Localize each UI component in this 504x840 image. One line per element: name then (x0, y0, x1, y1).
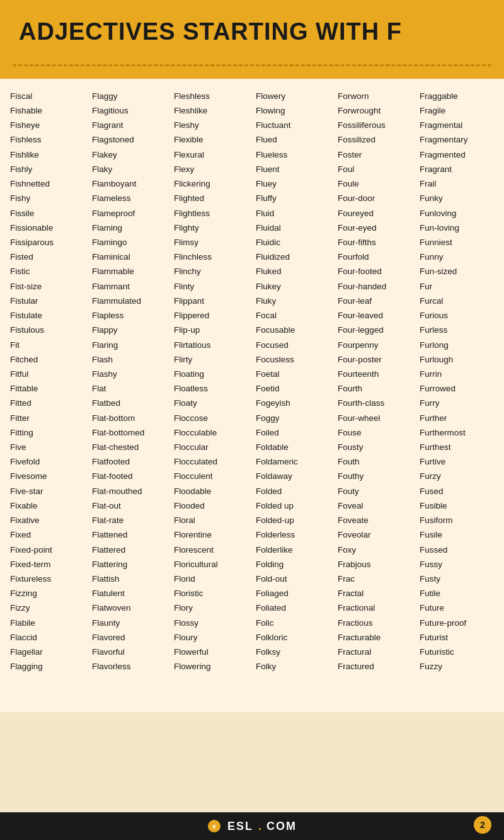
word-item: Folderlike (256, 543, 330, 557)
word-item: Fusile (420, 527, 494, 542)
word-item: Flued (256, 132, 330, 147)
word-item: Fusiform (420, 513, 494, 527)
page-title: ADJECTIVES STARTING WITH F (19, 19, 485, 45)
word-item: Foetid (256, 381, 330, 396)
word-item: Fishly (10, 162, 84, 176)
word-item: Furcal (420, 294, 494, 308)
word-item: Flukey (256, 279, 330, 294)
dashed-divider (13, 64, 491, 66)
word-item: Fluidal (256, 221, 330, 235)
word-item: Fourfold (338, 250, 412, 264)
word-item: Fluffy (256, 191, 330, 205)
word-item: Fishable (10, 103, 84, 118)
word-item: Funloving (420, 206, 494, 221)
word-item: Furthest (420, 440, 494, 454)
word-item: Flat-out (92, 498, 166, 513)
word-item: Fur (420, 279, 494, 294)
word-item: Four-door (338, 191, 412, 205)
word-item: Fluked (256, 264, 330, 279)
word-item: Frac (338, 572, 412, 586)
word-item: Flaccid (10, 630, 84, 645)
word-item: Flippant (174, 294, 248, 308)
word-item: Folded-up (256, 513, 330, 527)
word-item: Fluey (256, 176, 330, 191)
word-item: Flimsy (174, 235, 248, 250)
word-item: Five (10, 440, 84, 454)
word-item: Foliaged (256, 586, 330, 601)
esl-icon: e (207, 819, 221, 833)
word-item: Flocculated (174, 454, 248, 469)
word-item: Flaggy (92, 89, 166, 103)
word-item: Flammulated (92, 294, 166, 308)
word-item: Flagellar (10, 645, 84, 659)
word-item: Future (420, 601, 494, 615)
word-item: Flameless (92, 191, 166, 205)
word-item: Flamboyant (92, 176, 166, 191)
word-item: Flaky (92, 162, 166, 176)
word-item: Furrowed (420, 381, 494, 396)
word-item: Flowering (174, 659, 248, 674)
word-item: Fouty (338, 484, 412, 498)
word-item: Flamingo (92, 235, 166, 250)
word-item: Fluctuant (256, 118, 330, 132)
word-item: Fractured (338, 659, 412, 674)
word-item: Flirty (174, 352, 248, 367)
word-item: Fiscal (10, 89, 84, 103)
word-item: Focusless (256, 352, 330, 367)
word-item: Fist-size (10, 279, 84, 294)
word-item: Four-wheel (338, 411, 412, 425)
word-item: Furlong (420, 338, 494, 352)
word-item: Flappy (92, 323, 166, 337)
word-item: Fouth (338, 454, 412, 469)
word-item: Fourth (338, 381, 412, 396)
word-item: Fousty (338, 440, 412, 454)
word-item: Flabile (10, 616, 84, 630)
word-item: Floaty (174, 396, 248, 410)
word-item: Fourteenth (338, 367, 412, 381)
word-item: Foldaway (256, 469, 330, 483)
word-item: Fragile (420, 103, 494, 118)
word-item: Futile (420, 586, 494, 601)
word-item: Flash (92, 352, 166, 367)
word-item: Funniest (420, 235, 494, 250)
word-item: Fishy (10, 191, 84, 205)
word-item: Fizzing (10, 586, 84, 601)
word-item: Fisted (10, 250, 84, 264)
word-item: Flocculable (174, 425, 248, 440)
word-item: Flagstoned (92, 132, 166, 147)
word-item: Fixative (10, 513, 84, 527)
footer-esl: ESL (227, 820, 253, 833)
word-item: Flat-bottomed (92, 425, 166, 440)
word-item: Flat-mouthed (92, 484, 166, 498)
word-item: Flagitious (92, 103, 166, 118)
word-item: Foetal (256, 367, 330, 381)
word-item: Flattering (92, 557, 166, 572)
word-item: Flirtatious (174, 338, 248, 352)
word-item: Floricultural (174, 557, 248, 572)
word-item: Flattish (92, 572, 166, 586)
footer: e ESL . COM 2 (0, 812, 504, 840)
word-item: Foggy (256, 411, 330, 425)
word-item: Flaring (92, 338, 166, 352)
column-col1: FiscalFishableFisheyeFishlessFishlikeFis… (6, 89, 88, 674)
word-item: Flighty (174, 221, 248, 235)
word-item: Fivesome (10, 469, 84, 483)
word-item: Flagrant (92, 118, 166, 132)
word-item: Flory (174, 601, 248, 615)
word-item: Furtive (420, 454, 494, 469)
word-item: Four-fifths (338, 235, 412, 250)
word-item: Flavorless (92, 659, 166, 674)
word-item: Flexural (174, 147, 248, 162)
word-item: Funky (420, 191, 494, 205)
word-item: Fishnetted (10, 176, 84, 191)
word-item: Flooded (174, 498, 248, 513)
word-item: Flippered (174, 308, 248, 323)
word-item: Fogeyish (256, 396, 330, 410)
word-item: Flammable (92, 264, 166, 279)
word-item: Furthermost (420, 425, 494, 440)
word-item: Fixed-term (10, 557, 84, 572)
word-item: Fixed (10, 527, 84, 542)
word-item: Frail (420, 176, 494, 191)
word-item: Fold-out (256, 572, 330, 586)
word-item: Flaming (92, 221, 166, 235)
